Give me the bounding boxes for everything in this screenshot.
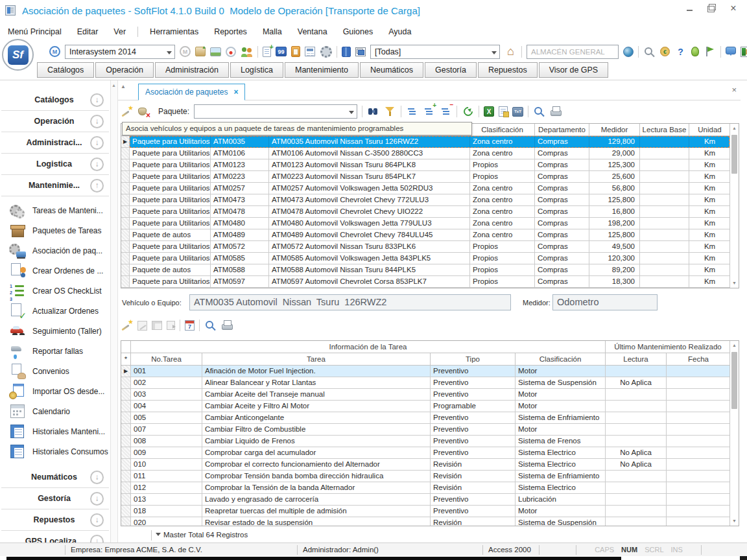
tab-mantenimiento[interactable]: Mantenimiento — [285, 62, 359, 78]
sidebar-item-tareas-de-manteni[interactable]: Tareas de Manteni... — [0, 200, 110, 220]
column-header-clasificacion[interactable]: Clasificación — [516, 353, 606, 366]
table-row[interactable]: Paquete para UtilitariosATM0123ATM0123 A… — [121, 159, 729, 171]
sidebar-item-paquetes-de-tareas[interactable]: Paquetes de Tareas — [0, 220, 110, 240]
table-row[interactable]: Paquete de autosATM0489ATM0489 Automovil… — [121, 229, 729, 241]
tree-expand-icon[interactable] — [423, 106, 435, 117]
sidebar-item-importar-os-desde[interactable]: Importar OS desde... — [0, 381, 110, 401]
expand-arrow-icon[interactable]: ↓ — [90, 93, 104, 107]
txt-export-icon[interactable]: TxT — [512, 107, 523, 117]
associate-wand-icon[interactable] — [121, 320, 133, 331]
column-header-lectura[interactable]: Lectura — [606, 353, 667, 366]
table-row[interactable]: Paquete para UtilitariosATM0223ATM0223 A… — [121, 171, 729, 183]
vehicles-grid-scrollbar[interactable]: ▲ ▼ — [729, 124, 739, 288]
expand-arrow-icon[interactable]: ↓ — [90, 535, 104, 543]
column-header-clasificacion[interactable]: Clasificación — [470, 124, 535, 136]
chevron-down-icon[interactable] — [492, 51, 497, 54]
sidebar-section-administraci[interactable]: Administraci...↓ — [1, 132, 109, 154]
menu-herramientas[interactable]: Herramientas — [150, 27, 198, 36]
pane-close-icon[interactable] — [731, 85, 737, 95]
table-row[interactable]: Paquete para UtilitariosATM0585ATM0585 A… — [121, 253, 729, 264]
tab-administracion[interactable]: Administración — [155, 62, 229, 78]
table-row[interactable]: 007Cambiar Filtro de CombustiblePreventi… — [121, 424, 729, 436]
flag-icon[interactable] — [704, 46, 716, 58]
expand-arrow-icon[interactable]: ↓ — [90, 115, 104, 128]
collapse-arrow-icon[interactable]: ↑ — [90, 179, 104, 192]
tab-catalogos[interactable]: Catálogos — [37, 62, 94, 78]
table-row[interactable]: Paquete para UtilitariosATM0480ATM0480 A… — [121, 218, 729, 229]
column-header-lectura-base[interactable]: Lectura Base — [640, 124, 689, 136]
table-row[interactable]: 002Alinear Balancear y Rotar LlantasPrev… — [121, 377, 729, 389]
tab-asociacion-de-paquetes[interactable]: Asociación de paquetes — [138, 84, 245, 100]
sidebar-item-seguimiento-taller[interactable]: Seguimiento (Taller) — [0, 321, 110, 341]
table-row[interactable]: Paquete para UtilitariosATM0572ATM0572 A… — [121, 241, 729, 253]
table-row[interactable]: 004Cambiar Aceite y Filtro Al MotorProgr… — [121, 401, 729, 412]
table-row[interactable]: Paquete para UtilitariosATM0106ATM0106 A… — [121, 148, 729, 159]
profile-combobox[interactable]: Interasystem 2014 — [65, 45, 175, 59]
clipboard-icon[interactable] — [291, 46, 300, 57]
sidebar-splitter[interactable] — [110, 80, 118, 542]
table-row[interactable]: 009Comprobar carga del acumuladorPrevent… — [121, 447, 729, 459]
menu-ventana[interactable]: Ventana — [298, 27, 327, 36]
print-preview-icon[interactable] — [204, 320, 217, 331]
sidebar-item-reportar-fallas[interactable]: Reportar fallas — [0, 341, 110, 361]
table-row[interactable]: Paquete para UtilitariosATM0597ATM0597 A… — [121, 276, 729, 288]
footer-caret-icon[interactable] — [156, 533, 161, 536]
calendar-icon[interactable]: 7 — [185, 320, 195, 331]
send-row-icon[interactable] — [167, 321, 175, 330]
column-header-departamento[interactable]: Departamento — [535, 124, 589, 136]
column-header-fecha[interactable]: Fecha — [667, 353, 729, 366]
column-header-tarea[interactable]: Tarea — [202, 353, 431, 366]
tab-logistica[interactable]: Logística — [230, 62, 283, 78]
tree-list-icon[interactable] — [406, 106, 418, 117]
sidebar-section-repuestos[interactable]: Repuestos↓ — [1, 509, 109, 531]
print-icon[interactable] — [550, 106, 562, 117]
sidebar-item-historiales-manteni[interactable]: Historiales Manteni... — [0, 421, 110, 441]
sidebar-item-asociacion-de-paq[interactable]: Asociación de paq... — [0, 240, 110, 261]
menu-guiones[interactable]: Guiones — [343, 27, 374, 36]
tab-neumaticos[interactable]: Neumáticos — [360, 62, 423, 78]
tab-operacion[interactable]: Operación — [95, 62, 154, 78]
exit-icon[interactable] — [741, 47, 747, 57]
tab-repuestos[interactable]: Repuestos — [478, 62, 538, 78]
table-row[interactable]: 008Cambiar Liquido de FrenosPreventivoSi… — [121, 436, 729, 447]
close-button[interactable] — [729, 4, 738, 13]
table-row[interactable]: Paquete para UtilitariosATM0473ATM0473 A… — [121, 194, 729, 206]
menu-malla[interactable]: Malla — [263, 27, 282, 36]
sidebar-section-neumaticos[interactable]: Neumáticos↓ — [1, 467, 109, 488]
column-header-medidor[interactable]: Medidor — [589, 124, 640, 136]
new-document-icon[interactable] — [263, 47, 271, 57]
m-badge-icon[interactable]: M — [49, 46, 60, 57]
table-row[interactable]: 012Comprobar la Tensión de la banda Alte… — [121, 482, 729, 494]
filter-all-combobox[interactable]: [Todas] — [370, 45, 500, 59]
chevron-down-icon[interactable] — [349, 111, 354, 114]
sidebar-item-crear-ordenes-de[interactable]: Crear Ordenes de ... — [0, 261, 110, 281]
form-icon[interactable] — [305, 47, 315, 56]
users-icon[interactable] — [241, 46, 253, 58]
globe-search-icon[interactable] — [623, 47, 634, 57]
tools-search-icon[interactable] — [643, 46, 656, 58]
scroll-down-icon[interactable]: ▼ — [730, 279, 739, 288]
excel-export-icon[interactable]: X — [484, 106, 494, 117]
table-row[interactable]: 010Comprobar el correcto funcionamiento … — [121, 459, 729, 471]
table-row[interactable]: Paquete para UtilitariosATM0478ATM0478 A… — [121, 206, 729, 218]
menu-ver[interactable]: Ver — [113, 27, 126, 36]
print-icon[interactable] — [221, 320, 233, 331]
sidebar-section-gestoria[interactable]: Gestoría↓ — [1, 488, 109, 509]
sidebar-item-crear-os-checklist[interactable]: Crear OS CheckList — [0, 281, 110, 301]
sidebar-section-operacion[interactable]: Operación↓ — [1, 111, 109, 132]
grid-view-icon[interactable] — [152, 321, 162, 330]
ledger-icon[interactable] — [342, 47, 351, 57]
table-row[interactable]: 018Reapretar tuercas del multiple de adm… — [121, 506, 729, 517]
archive-icon[interactable] — [195, 47, 206, 56]
scrollbar-thumb[interactable] — [731, 135, 737, 174]
sidebar-item-historiales-consumos[interactable]: Historiales Consumos — [0, 441, 110, 461]
menu-reportes[interactable]: Reportes — [214, 27, 247, 36]
expand-arrow-icon[interactable]: ↓ — [90, 471, 104, 484]
sidebar-section-logistica[interactable]: Logistica↓ — [1, 154, 109, 175]
tab-gestoria[interactable]: Gestoría — [425, 62, 477, 78]
bug-icon[interactable] — [691, 47, 699, 56]
scroll-up-icon[interactable]: ▲ — [730, 124, 739, 133]
sidebar-item-calendario[interactable]: Calendario — [0, 401, 110, 421]
column-header-unidad[interactable]: Unidad — [689, 124, 729, 136]
binoculars-search-icon[interactable] — [367, 106, 379, 117]
